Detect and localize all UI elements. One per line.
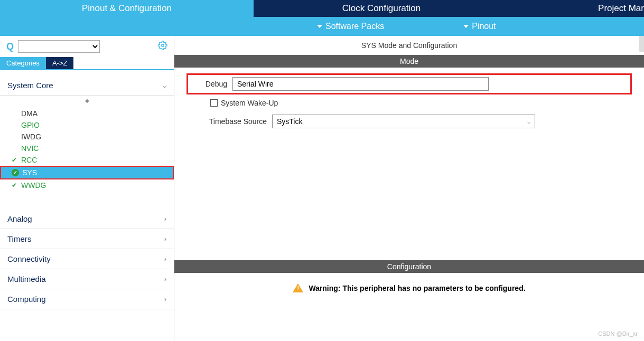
chevron-down-icon bbox=[463, 25, 469, 28]
timebase-label: Timebase Source bbox=[190, 117, 272, 126]
item-sys[interactable]: SYS bbox=[0, 166, 174, 179]
group-label: Computing bbox=[7, 295, 46, 304]
group-connectivity[interactable]: Connectivity › bbox=[0, 249, 174, 269]
sub-toolbar: Software Packs Pinout bbox=[0, 17, 644, 36]
search-select[interactable] bbox=[18, 40, 100, 53]
svg-point-0 bbox=[162, 44, 164, 46]
timebase-row: Timebase Source SysTick ⌵ bbox=[190, 115, 628, 128]
config-header: Configuration bbox=[174, 260, 644, 273]
config-panel: Configuration Warning: This peripheral h… bbox=[174, 260, 644, 303]
group-timers[interactable]: Timers › bbox=[0, 229, 174, 249]
system-core-items: DMA GPIO IWDG NVIC RCC SYS WWDG bbox=[0, 106, 174, 193]
pinout-label: Pinout bbox=[472, 22, 496, 31]
mode-panel: Debug Serial Wire System Wake-Up Timebas… bbox=[174, 68, 644, 144]
watermark: CSDN @Dir_xr bbox=[598, 330, 638, 337]
chevron-right-icon: › bbox=[164, 235, 166, 243]
tab-project-manager[interactable]: Project Mar bbox=[509, 0, 644, 17]
group-analog[interactable]: Analog › bbox=[0, 209, 174, 229]
warning-text: Warning: This peripheral has no paramete… bbox=[309, 284, 525, 292]
debug-select[interactable]: Serial Wire bbox=[232, 77, 489, 91]
item-iwdg[interactable]: IWDG bbox=[0, 131, 174, 143]
group-label: Timers bbox=[7, 234, 31, 243]
tab-az[interactable]: A->Z bbox=[46, 57, 74, 69]
warning-icon bbox=[293, 283, 303, 292]
pinout-dropdown[interactable]: Pinout bbox=[463, 22, 496, 31]
chevron-down-icon bbox=[317, 25, 322, 28]
group-label: System Core bbox=[7, 81, 53, 90]
content-panel: SYS Mode and Configuration Mode Debug Se… bbox=[174, 36, 644, 341]
software-packs-dropdown[interactable]: Software Packs bbox=[317, 22, 384, 31]
group-system-core[interactable]: System Core ⌵ bbox=[0, 75, 174, 96]
item-nvic[interactable]: NVIC bbox=[0, 143, 174, 154]
tab-pinout-config[interactable]: Pinout & Configuration bbox=[0, 0, 254, 17]
group-multimedia[interactable]: Multimedia › bbox=[0, 269, 174, 289]
top-tabs: Pinout & Configuration Clock Configurati… bbox=[0, 0, 644, 17]
item-dma[interactable]: DMA bbox=[0, 108, 174, 119]
search-row: Q bbox=[0, 36, 174, 57]
group-computing[interactable]: Computing › bbox=[0, 289, 174, 309]
group-label: Analog bbox=[7, 214, 32, 223]
debug-value: Serial Wire bbox=[237, 80, 273, 88]
item-rcc[interactable]: RCC bbox=[0, 154, 174, 166]
main-area: Q Categories A->Z System Core ⌵ ◆ DMA GP… bbox=[0, 36, 644, 341]
warning-row: Warning: This peripheral has no paramete… bbox=[174, 273, 644, 303]
category-tabs: Categories A->Z bbox=[0, 57, 174, 70]
chevron-down-icon: ⌵ bbox=[163, 82, 166, 89]
categories-panel: System Core ⌵ ◆ DMA GPIO IWDG NVIC RCC S… bbox=[0, 70, 174, 341]
wakeup-row: System Wake-Up bbox=[210, 99, 628, 107]
wakeup-label: System Wake-Up bbox=[221, 99, 278, 107]
debug-highlight: Debug Serial Wire bbox=[186, 73, 632, 94]
search-icon[interactable]: Q bbox=[6, 41, 14, 52]
item-wwdg[interactable]: WWDG bbox=[0, 179, 174, 191]
chevron-down-icon: ⌵ bbox=[527, 119, 530, 125]
debug-row: Debug Serial Wire bbox=[190, 77, 628, 91]
sidebar: Q Categories A->Z System Core ⌵ ◆ DMA GP… bbox=[0, 36, 174, 341]
timebase-select[interactable]: SysTick ⌵ bbox=[272, 115, 535, 128]
chevron-right-icon: › bbox=[164, 296, 166, 303]
debug-label: Debug bbox=[190, 80, 232, 88]
chevron-right-icon: › bbox=[164, 255, 166, 263]
chevron-right-icon: › bbox=[164, 215, 166, 223]
group-label: Connectivity bbox=[7, 254, 51, 263]
sort-indicator-icon[interactable]: ◆ bbox=[0, 96, 174, 106]
tab-categories[interactable]: Categories bbox=[0, 57, 46, 69]
wakeup-checkbox[interactable] bbox=[210, 99, 218, 107]
timebase-value: SysTick bbox=[277, 117, 302, 126]
tab-clock-config[interactable]: Clock Configuration bbox=[254, 0, 509, 17]
mode-header: Mode bbox=[174, 55, 644, 68]
content-title: SYS Mode and Configuration bbox=[174, 36, 644, 55]
gear-icon[interactable] bbox=[158, 41, 167, 53]
software-packs-label: Software Packs bbox=[325, 22, 384, 31]
group-label: Multimedia bbox=[7, 274, 46, 283]
item-gpio[interactable]: GPIO bbox=[0, 119, 174, 131]
chevron-right-icon: › bbox=[164, 276, 166, 283]
right-splitter-handle[interactable] bbox=[639, 36, 644, 52]
